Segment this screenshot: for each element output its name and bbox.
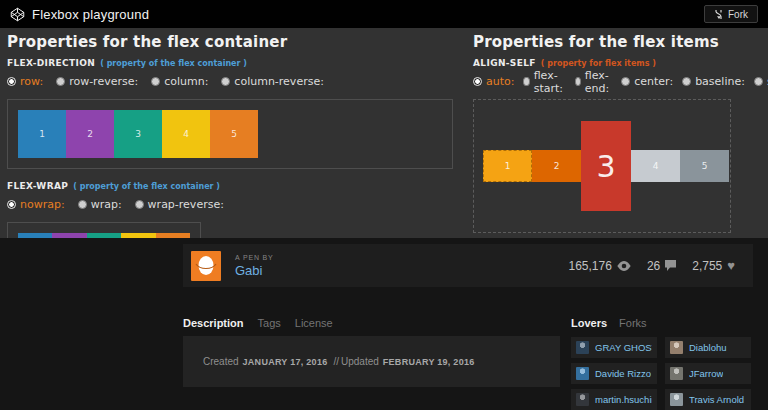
comments-count: 26: [647, 259, 660, 273]
brand: Flexbox playground: [10, 7, 149, 22]
radio-option-nowrap[interactable]: nowrap:: [7, 198, 65, 211]
flex-item-3: 3: [114, 110, 162, 158]
lover-card[interactable]: martin.hsuching: [571, 389, 657, 410]
radio-option-baseline[interactable]: baseline:: [682, 75, 745, 88]
container-panel-heading: Properties for the flex container: [7, 33, 457, 51]
lover-name: Davide Rizzo: [595, 368, 651, 379]
comments-stat[interactable]: 26: [647, 259, 676, 273]
radio-option-row[interactable]: row:: [7, 75, 43, 88]
radio-icon: [754, 77, 763, 86]
fork-button[interactable]: Fork: [704, 5, 758, 23]
items-panel-heading: Properties for the flex items: [473, 33, 768, 51]
heart-icon: ♥: [727, 259, 735, 272]
loves-count: 2,755: [692, 259, 722, 273]
flex-item-4: 4: [631, 150, 680, 182]
radio-icon: [7, 200, 16, 209]
property-note: ( property of the flex container ): [100, 59, 247, 68]
flex-item-2: 2: [66, 110, 114, 158]
loves-stat[interactable]: 2,755 ♥: [692, 259, 735, 273]
lover-card[interactable]: Diablohu: [665, 337, 751, 358]
tab-license[interactable]: License: [295, 317, 333, 329]
radio-icon: [575, 77, 581, 86]
lover-avatar: [670, 393, 683, 406]
radio-option-flex-start[interactable]: flex-start:: [523, 69, 565, 95]
flex-container-panel: Properties for the flex container FLEX-D…: [7, 33, 457, 238]
lover-name: Diablohu: [689, 342, 727, 353]
flex-wrap-property: FLEX-WRAP ( property of the flex contain…: [7, 181, 457, 192]
views-stat[interactable]: 165,176: [569, 259, 631, 273]
tab-tags[interactable]: Tags: [258, 317, 281, 329]
codepen-full-page: Flexbox playground Fork Properties for t…: [0, 0, 768, 410]
author-link[interactable]: Gabi: [235, 263, 274, 278]
top-bar: Flexbox playground Fork: [0, 0, 768, 28]
align-self-options: auto: flex-start: flex-end: center: base…: [473, 75, 768, 88]
radio-option-stretch[interactable]: stretch:: [754, 75, 768, 88]
lover-card[interactable]: Travis Arnold: [665, 389, 751, 410]
lover-avatar: [670, 341, 683, 354]
lover-name: GRAY GHOST: [595, 342, 652, 353]
align-self-demo: 1 2 3 4 5: [473, 99, 731, 233]
detail-tabs: Description Tags License: [183, 317, 333, 329]
social-tabs: Lovers Forks: [571, 317, 647, 329]
date-separator: //: [333, 356, 339, 367]
radio-icon: [135, 200, 144, 209]
radio-option-column-reverse[interactable]: column-reverse:: [221, 75, 324, 88]
radio-icon: [78, 200, 87, 209]
property-name: FLEX-WRAP: [7, 181, 68, 191]
radio-option-wrap[interactable]: wrap:: [78, 198, 122, 211]
radio-icon: [473, 77, 482, 86]
radio-option-column[interactable]: column:: [151, 75, 208, 88]
tab-lovers[interactable]: Lovers: [571, 317, 607, 329]
author-bar: A PEN BY Gabi 165,176 26 2,755 ♥: [183, 244, 753, 287]
views-count: 165,176: [569, 259, 612, 273]
radio-option-auto[interactable]: auto:: [473, 75, 514, 88]
flex-wrap-options: nowrap: wrap: wrap-reverse:: [7, 198, 457, 211]
lover-card[interactable]: JFarrow: [665, 363, 751, 384]
lover-name: JFarrow: [689, 368, 723, 379]
radio-icon: [221, 77, 230, 86]
flex-item-1: 1: [483, 150, 532, 182]
radio-option-row-reverse[interactable]: row-reverse:: [56, 75, 138, 88]
tab-description[interactable]: Description: [183, 317, 244, 329]
lover-card[interactable]: GRAY GHOST: [571, 337, 657, 358]
radio-icon: [56, 77, 65, 86]
pen-preview-frame: Properties for the flex container FLEX-D…: [0, 28, 768, 238]
pen-stats: 165,176 26 2,755 ♥: [569, 259, 736, 273]
flex-item-3: 3: [581, 121, 631, 211]
lover-name: Travis Arnold: [689, 394, 744, 405]
pen-by-label: A PEN BY: [235, 254, 274, 261]
flex-items-panel: Properties for the flex items ALIGN-SELF…: [473, 33, 768, 233]
property-note: ( property of the flex container ): [73, 182, 220, 191]
flex-item-1: 1: [18, 110, 66, 158]
flex-direction-property: FLEX-DIRECTION ( property of the flex co…: [7, 58, 457, 69]
updated-label: Updated: [341, 356, 379, 367]
fork-label: Fork: [728, 9, 748, 20]
flex-item-5: 5: [210, 110, 258, 158]
lover-card[interactable]: Davide Rizzo: [571, 363, 657, 384]
codepen-logo-icon[interactable]: [10, 7, 25, 22]
created-label: Created: [203, 356, 239, 367]
pen-details: A PEN BY Gabi 165,176 26 2,755 ♥ Descr: [0, 238, 768, 410]
flex-wrap-demo: [7, 222, 201, 238]
byline: A PEN BY Gabi: [235, 254, 274, 278]
fork-icon: [714, 9, 723, 20]
eye-icon: [617, 261, 631, 271]
lover-avatar: [670, 367, 683, 380]
radio-option-flex-end[interactable]: flex-end:: [575, 69, 612, 95]
lover-avatar: [576, 367, 589, 380]
lovers-list: GRAY GHOST Diablohu Davide Rizzo JFarrow…: [571, 337, 751, 410]
radio-icon: [621, 77, 630, 86]
pen-title: Flexbox playground: [32, 7, 149, 22]
flex-item-5: 5: [680, 150, 729, 182]
radio-icon: [7, 77, 16, 86]
radio-icon: [682, 77, 691, 86]
tab-forks[interactable]: Forks: [619, 317, 647, 329]
description-panel: Created JANUARY 17, 2016 // Updated FEBR…: [183, 336, 560, 387]
flex-direction-demo: 1 2 3 4 5: [7, 99, 453, 169]
flex-item-4: 4: [162, 110, 210, 158]
radio-option-center[interactable]: center:: [621, 75, 673, 88]
radio-option-wrap-reverse[interactable]: wrap-reverse:: [135, 198, 224, 211]
flex-item-2: 2: [532, 150, 581, 182]
author-avatar[interactable]: [191, 251, 221, 281]
radio-icon: [523, 77, 529, 86]
